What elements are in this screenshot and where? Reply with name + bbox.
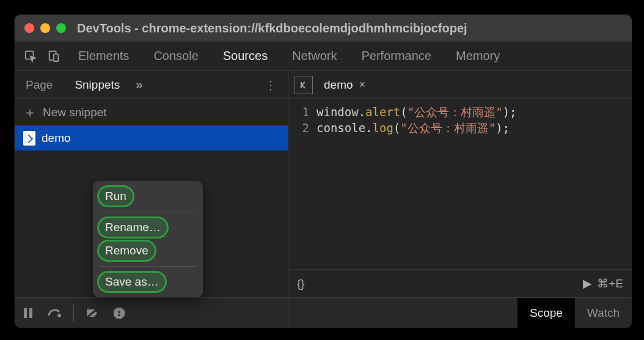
main-toolbar: Elements Console Sources Network Perform…	[15, 42, 632, 71]
subtab-page[interactable]: Page	[15, 71, 64, 99]
navigator-subtabs: Page Snippets » ⋮	[15, 71, 288, 99]
run-shortcut-hint: ⌘+E	[597, 276, 623, 290]
debugger-toolbar: Scope Watch	[15, 297, 632, 328]
svg-rect-10	[119, 314, 120, 316]
deactivate-breakpoints-icon[interactable]	[84, 305, 101, 322]
divider	[73, 305, 74, 322]
debugger-right: Scope Watch	[288, 298, 632, 328]
pause-on-exceptions-icon[interactable]	[111, 305, 128, 322]
new-snippet-label: New snippet	[43, 106, 107, 119]
editor-pane: demo × 1 2 window.alert("公众号：村雨遥"); cons…	[288, 71, 632, 297]
editor-footer: {} ▶ ⌘+E	[288, 269, 632, 297]
context-menu-save-as[interactable]: Save as…	[99, 273, 165, 291]
debugger-controls	[15, 298, 288, 328]
inspect-element-icon[interactable]	[20, 45, 42, 67]
svg-rect-5	[29, 308, 32, 318]
tab-performance[interactable]: Performance	[349, 42, 444, 71]
context-menu-rename[interactable]: Rename…	[99, 218, 167, 237]
editor-tab-label: demo	[324, 78, 353, 92]
line-number: 2	[288, 120, 309, 136]
tab-console[interactable]: Console	[141, 42, 210, 71]
code-content: window.alert("公众号：村雨遥"); console.log("公众…	[314, 99, 517, 269]
tab-network[interactable]: Network	[280, 42, 349, 71]
snippet-context-menu: Run Rename… Remove Save as…	[93, 181, 203, 297]
code-editor[interactable]: 1 2 window.alert("公众号：村雨遥"); console.log…	[288, 99, 632, 269]
divider	[99, 212, 197, 212]
device-toolbar-icon[interactable]	[43, 45, 65, 67]
minimize-window-button[interactable]	[40, 23, 50, 33]
snippet-file-icon	[23, 131, 35, 146]
window-title: DevTools - chrome-extension://kfkdboecol…	[77, 21, 467, 35]
snippet-file-item[interactable]: demo	[15, 126, 288, 150]
subtab-snippets[interactable]: Snippets	[64, 71, 131, 99]
snippet-file-name: demo	[42, 131, 71, 145]
editor-tab-demo[interactable]: demo ×	[318, 71, 371, 99]
sidebar-tab-watch[interactable]: Watch	[575, 298, 632, 328]
collapse-navigator-icon[interactable]	[295, 76, 313, 94]
tab-memory[interactable]: Memory	[444, 42, 512, 71]
svg-rect-4	[24, 308, 27, 318]
plus-icon: ＋	[23, 103, 37, 122]
maximize-window-button[interactable]	[56, 23, 66, 33]
line-number: 1	[288, 104, 309, 120]
editor-tab-strip: demo ×	[288, 71, 632, 99]
step-over-icon[interactable]	[46, 305, 64, 322]
svg-rect-2	[54, 54, 58, 61]
context-menu-run[interactable]: Run	[99, 187, 133, 205]
window-controls	[24, 23, 66, 33]
more-subtabs-icon[interactable]: »	[131, 78, 147, 92]
titlebar: DevTools - chrome-extension://kfkdboecol…	[15, 15, 632, 42]
new-snippet-button[interactable]: ＋ New snippet	[15, 99, 288, 126]
divider	[99, 266, 197, 267]
run-snippet-icon[interactable]: ▶	[583, 276, 592, 290]
pretty-print-icon[interactable]: {}	[297, 277, 305, 290]
navigator-kebab-icon[interactable]: ⋮	[265, 78, 277, 92]
sidebar-tab-scope[interactable]: Scope	[518, 298, 575, 328]
close-tab-icon[interactable]: ×	[359, 78, 366, 91]
close-window-button[interactable]	[24, 23, 34, 33]
context-menu-remove[interactable]: Remove	[99, 242, 155, 260]
tab-elements[interactable]: Elements	[66, 42, 141, 71]
line-gutter: 1 2	[288, 99, 314, 269]
svg-point-6	[57, 314, 61, 317]
tab-sources[interactable]: Sources	[211, 42, 280, 71]
svg-rect-9	[119, 311, 120, 313]
devtools-window: DevTools - chrome-extension://kfkdboecol…	[15, 15, 632, 328]
pause-icon[interactable]	[20, 305, 37, 322]
